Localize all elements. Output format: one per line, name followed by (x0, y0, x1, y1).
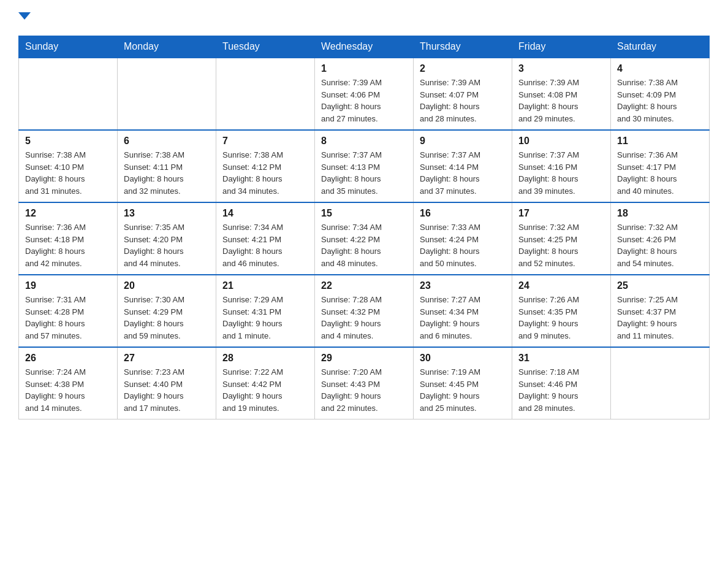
day-number: 5 (25, 136, 111, 147)
day-number: 28 (222, 353, 308, 364)
day-number: 13 (124, 208, 210, 219)
day-info: Sunrise: 7:34 AM Sunset: 4:21 PM Dayligh… (222, 221, 308, 269)
calendar-cell: 9Sunrise: 7:37 AM Sunset: 4:14 PM Daylig… (414, 130, 512, 202)
day-info: Sunrise: 7:32 AM Sunset: 4:25 PM Dayligh… (518, 221, 604, 269)
calendar-cell: 25Sunrise: 7:25 AM Sunset: 4:37 PM Dayli… (611, 275, 710, 347)
calendar-cell: 30Sunrise: 7:19 AM Sunset: 4:45 PM Dayli… (414, 347, 512, 419)
day-info: Sunrise: 7:35 AM Sunset: 4:20 PM Dayligh… (124, 221, 210, 269)
calendar-cell: 29Sunrise: 7:20 AM Sunset: 4:43 PM Dayli… (315, 347, 414, 419)
day-number: 12 (25, 208, 111, 219)
day-info: Sunrise: 7:23 AM Sunset: 4:40 PM Dayligh… (124, 366, 210, 414)
calendar-cell: 14Sunrise: 7:34 AM Sunset: 4:21 PM Dayli… (216, 202, 315, 275)
calendar-cell: 10Sunrise: 7:37 AM Sunset: 4:16 PM Dayli… (512, 130, 611, 202)
day-number: 10 (518, 136, 604, 147)
day-info: Sunrise: 7:29 AM Sunset: 4:31 PM Dayligh… (222, 294, 308, 342)
calendar-header-thursday: Thursday (414, 36, 512, 58)
day-number: 7 (222, 136, 308, 147)
calendar-cell: 6Sunrise: 7:38 AM Sunset: 4:11 PM Daylig… (118, 130, 216, 202)
calendar-cell: 28Sunrise: 7:22 AM Sunset: 4:42 PM Dayli… (216, 347, 315, 419)
calendar-cell: 3Sunrise: 7:39 AM Sunset: 4:08 PM Daylig… (512, 58, 611, 130)
day-number: 16 (420, 208, 506, 219)
day-number: 9 (420, 136, 506, 147)
day-number: 26 (25, 353, 111, 364)
calendar-header-saturday: Saturday (611, 36, 710, 58)
day-number: 25 (617, 280, 703, 291)
day-number: 30 (420, 353, 506, 364)
day-info: Sunrise: 7:33 AM Sunset: 4:24 PM Dayligh… (420, 221, 506, 269)
calendar-cell: 23Sunrise: 7:27 AM Sunset: 4:34 PM Dayli… (414, 275, 512, 347)
calendar-cell: 20Sunrise: 7:30 AM Sunset: 4:29 PM Dayli… (118, 275, 216, 347)
day-info: Sunrise: 7:28 AM Sunset: 4:32 PM Dayligh… (321, 294, 407, 342)
calendar-cell: 21Sunrise: 7:29 AM Sunset: 4:31 PM Dayli… (216, 275, 315, 347)
day-number: 22 (321, 280, 407, 291)
day-info: Sunrise: 7:38 AM Sunset: 4:12 PM Dayligh… (222, 149, 308, 197)
day-number: 20 (124, 280, 210, 291)
calendar-cell: 27Sunrise: 7:23 AM Sunset: 4:40 PM Dayli… (118, 347, 216, 419)
day-number: 14 (222, 208, 308, 219)
calendar-table: SundayMondayTuesdayWednesdayThursdayFrid… (18, 36, 710, 419)
day-info: Sunrise: 7:30 AM Sunset: 4:29 PM Dayligh… (124, 294, 210, 342)
calendar-cell: 24Sunrise: 7:26 AM Sunset: 4:35 PM Dayli… (512, 275, 611, 347)
day-info: Sunrise: 7:19 AM Sunset: 4:45 PM Dayligh… (420, 366, 506, 414)
calendar-cell: 26Sunrise: 7:24 AM Sunset: 4:38 PM Dayli… (19, 347, 118, 419)
day-info: Sunrise: 7:37 AM Sunset: 4:13 PM Dayligh… (321, 149, 407, 197)
calendar-cell: 22Sunrise: 7:28 AM Sunset: 4:32 PM Dayli… (315, 275, 414, 347)
calendar-cell: 2Sunrise: 7:39 AM Sunset: 4:07 PM Daylig… (414, 58, 512, 130)
calendar-header-row: SundayMondayTuesdayWednesdayThursdayFrid… (19, 36, 710, 58)
calendar-cell: 13Sunrise: 7:35 AM Sunset: 4:20 PM Dayli… (118, 202, 216, 275)
calendar-header-wednesday: Wednesday (315, 36, 414, 58)
day-info: Sunrise: 7:18 AM Sunset: 4:46 PM Dayligh… (518, 366, 604, 414)
day-info: Sunrise: 7:31 AM Sunset: 4:28 PM Dayligh… (25, 294, 111, 342)
day-number: 1 (321, 63, 407, 74)
day-info: Sunrise: 7:34 AM Sunset: 4:22 PM Dayligh… (321, 221, 407, 269)
day-number: 8 (321, 136, 407, 147)
calendar-cell: 1Sunrise: 7:39 AM Sunset: 4:06 PM Daylig… (315, 58, 414, 130)
day-info: Sunrise: 7:25 AM Sunset: 4:37 PM Dayligh… (617, 294, 703, 342)
calendar-cell: 8Sunrise: 7:37 AM Sunset: 4:13 PM Daylig… (315, 130, 414, 202)
logo-arrow-icon (18, 12, 31, 20)
calendar-header-monday: Monday (118, 36, 216, 58)
calendar-cell (216, 58, 315, 130)
page-header (18, 12, 710, 23)
calendar-cell (611, 347, 710, 419)
calendar-cell (118, 58, 216, 130)
day-info: Sunrise: 7:36 AM Sunset: 4:17 PM Dayligh… (617, 149, 703, 197)
calendar-cell: 12Sunrise: 7:36 AM Sunset: 4:18 PM Dayli… (19, 202, 118, 275)
calendar-cell: 16Sunrise: 7:33 AM Sunset: 4:24 PM Dayli… (414, 202, 512, 275)
day-number: 18 (617, 208, 703, 219)
calendar-week-row: 12Sunrise: 7:36 AM Sunset: 4:18 PM Dayli… (19, 202, 710, 275)
calendar-cell: 17Sunrise: 7:32 AM Sunset: 4:25 PM Dayli… (512, 202, 611, 275)
calendar-cell: 31Sunrise: 7:18 AM Sunset: 4:46 PM Dayli… (512, 347, 611, 419)
calendar-cell: 5Sunrise: 7:38 AM Sunset: 4:10 PM Daylig… (19, 130, 118, 202)
day-number: 31 (518, 353, 604, 364)
logo (18, 12, 31, 23)
calendar-cell: 7Sunrise: 7:38 AM Sunset: 4:12 PM Daylig… (216, 130, 315, 202)
calendar-cell: 4Sunrise: 7:38 AM Sunset: 4:09 PM Daylig… (611, 58, 710, 130)
day-number: 2 (420, 63, 506, 74)
day-info: Sunrise: 7:38 AM Sunset: 4:09 PM Dayligh… (617, 77, 703, 124)
day-info: Sunrise: 7:38 AM Sunset: 4:10 PM Dayligh… (25, 149, 111, 197)
day-info: Sunrise: 7:22 AM Sunset: 4:42 PM Dayligh… (222, 366, 308, 414)
day-number: 27 (124, 353, 210, 364)
day-number: 6 (124, 136, 210, 147)
day-number: 4 (617, 63, 703, 74)
calendar-week-row: 19Sunrise: 7:31 AM Sunset: 4:28 PM Dayli… (19, 275, 710, 347)
day-info: Sunrise: 7:32 AM Sunset: 4:26 PM Dayligh… (617, 221, 703, 269)
calendar-week-row: 1Sunrise: 7:39 AM Sunset: 4:06 PM Daylig… (19, 58, 710, 130)
day-number: 19 (25, 280, 111, 291)
day-info: Sunrise: 7:24 AM Sunset: 4:38 PM Dayligh… (25, 366, 111, 414)
calendar-header-tuesday: Tuesday (216, 36, 315, 58)
calendar-cell: 18Sunrise: 7:32 AM Sunset: 4:26 PM Dayli… (611, 202, 710, 275)
calendar-header-sunday: Sunday (19, 36, 118, 58)
day-info: Sunrise: 7:39 AM Sunset: 4:07 PM Dayligh… (420, 77, 506, 124)
day-info: Sunrise: 7:27 AM Sunset: 4:34 PM Dayligh… (420, 294, 506, 342)
day-number: 29 (321, 353, 407, 364)
day-number: 21 (222, 280, 308, 291)
calendar-week-row: 5Sunrise: 7:38 AM Sunset: 4:10 PM Daylig… (19, 130, 710, 202)
day-number: 17 (518, 208, 604, 219)
day-info: Sunrise: 7:20 AM Sunset: 4:43 PM Dayligh… (321, 366, 407, 414)
calendar-cell: 11Sunrise: 7:36 AM Sunset: 4:17 PM Dayli… (611, 130, 710, 202)
day-info: Sunrise: 7:26 AM Sunset: 4:35 PM Dayligh… (518, 294, 604, 342)
day-info: Sunrise: 7:37 AM Sunset: 4:14 PM Dayligh… (420, 149, 506, 197)
day-info: Sunrise: 7:37 AM Sunset: 4:16 PM Dayligh… (518, 149, 604, 197)
